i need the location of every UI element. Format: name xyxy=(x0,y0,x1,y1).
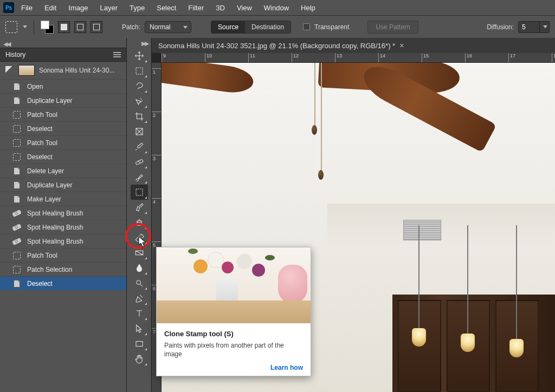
selection-mode-new[interactable] xyxy=(58,21,70,33)
bandage-icon xyxy=(12,237,22,246)
ruler-tick: 11 xyxy=(248,53,255,62)
doc-icon xyxy=(12,180,22,190)
menu-window[interactable]: Window xyxy=(259,2,294,14)
active-tool-icon[interactable] xyxy=(5,21,17,33)
document-tab[interactable]: Sonoma Hills Unit 24-302 3521.jpg @ 21.1… xyxy=(158,41,404,50)
blur-tool[interactable] xyxy=(131,260,148,276)
history-item[interactable]: Make Layer xyxy=(0,192,126,206)
healing-brush-tool[interactable] xyxy=(131,154,148,169)
type-tool[interactable] xyxy=(131,306,148,321)
menu-layer[interactable]: Layer xyxy=(95,2,123,14)
history-item[interactable]: Patch Selection xyxy=(0,262,126,276)
selection-mode-subtract[interactable] xyxy=(91,21,102,33)
ruler-tick: 17 xyxy=(508,53,515,62)
menu-image[interactable]: Image xyxy=(63,2,93,14)
history-item[interactable]: Spot Healing Brush xyxy=(0,234,126,248)
history-item[interactable]: Duplicate Layer xyxy=(0,93,126,107)
ruler-tick: 12 xyxy=(292,53,299,62)
history-item[interactable]: Spot Healing Brush xyxy=(0,220,126,234)
hand-tool[interactable] xyxy=(131,351,148,367)
ruler-tick: 13 xyxy=(335,53,342,62)
brush-tool[interactable] xyxy=(131,169,148,185)
move-tool[interactable] xyxy=(131,48,148,63)
menu-edit[interactable]: Edit xyxy=(40,2,61,14)
menu-type[interactable]: Type xyxy=(125,2,150,14)
transparent-checkbox[interactable] xyxy=(303,23,310,30)
history-item[interactable]: Patch Tool xyxy=(0,248,126,262)
history-item[interactable]: Delete Layer xyxy=(0,164,126,178)
diffusion-stepper[interactable] xyxy=(540,21,550,33)
selection-mode-add[interactable] xyxy=(74,21,86,33)
history-brush-tool[interactable] xyxy=(131,200,148,215)
patch-tool[interactable] xyxy=(131,185,148,200)
doc-icon xyxy=(12,96,22,106)
history-item-label: Duplicate Layer xyxy=(27,181,72,189)
tools-panel: ▶▶ xyxy=(127,38,152,392)
pen-tool[interactable] xyxy=(131,291,148,306)
history-item-label: Make Layer xyxy=(27,195,61,203)
collapse-left-icon[interactable]: ◀◀ xyxy=(3,41,10,48)
diffusion-input[interactable]: 5 xyxy=(518,21,540,33)
use-pattern-button: Use Pattern xyxy=(367,21,418,34)
path-select-tool[interactable] xyxy=(131,321,148,336)
history-item[interactable]: Duplicate Layer xyxy=(0,178,126,192)
history-item-label: Patch Tool xyxy=(27,252,57,259)
menu-filter[interactable]: Filter xyxy=(183,2,209,14)
divider xyxy=(34,20,34,34)
ruler-tick: 9 xyxy=(162,53,166,62)
history-doc-name: Sonoma Hills Unit 24-30... xyxy=(39,67,114,74)
diffusion-label: Diffusion: xyxy=(487,23,514,31)
history-brush-icon xyxy=(5,66,14,75)
history-item[interactable]: Deselect xyxy=(0,276,126,290)
close-tab-icon[interactable]: × xyxy=(399,41,404,50)
history-panel-title: History xyxy=(5,51,25,58)
history-item[interactable]: Patch Tool xyxy=(0,135,126,149)
menu-help[interactable]: Help xyxy=(296,2,320,14)
tooltip-preview-image xyxy=(157,247,311,323)
history-item-label: Deselect xyxy=(27,280,53,288)
menu-view[interactable]: View xyxy=(232,2,257,14)
history-panel-header: History xyxy=(0,48,126,62)
history-item[interactable]: Deselect xyxy=(0,149,126,164)
chevron-down-icon xyxy=(543,25,547,28)
patch-mode-select[interactable]: Normal xyxy=(145,21,191,33)
history-document-row[interactable]: Sonoma Hills Unit 24-30... xyxy=(0,62,126,79)
ruler-tick: 15 xyxy=(422,53,429,62)
chevron-down-icon xyxy=(183,26,188,29)
ruler-horizontal[interactable]: 9101112131415161718 xyxy=(162,53,555,63)
tool-preset-dropdown-icon[interactable] xyxy=(23,25,27,28)
source-button[interactable]: Source xyxy=(211,21,245,33)
rectangle-tool[interactable] xyxy=(131,336,148,351)
menu-select[interactable]: Select xyxy=(152,2,181,14)
history-item[interactable]: Spot Healing Brush xyxy=(0,206,126,220)
marquee-tool[interactable] xyxy=(131,63,148,79)
tooltip-learn-link[interactable]: Learn how xyxy=(157,364,311,376)
crop-tool[interactable] xyxy=(131,109,148,124)
collapse-right-icon[interactable]: ▶▶ xyxy=(141,40,148,47)
menu-file[interactable]: File xyxy=(16,2,37,14)
svg-rect-5 xyxy=(136,189,143,195)
history-item-label: Spot Healing Brush xyxy=(27,210,83,217)
dash-icon xyxy=(12,265,22,275)
tool-tooltip: Clone Stamp tool (S) Paints with pixels … xyxy=(156,247,311,376)
doc-icon xyxy=(12,194,22,204)
ruler-tick: 4 xyxy=(152,198,161,205)
color-swatch[interactable] xyxy=(41,21,54,34)
svg-rect-0 xyxy=(136,68,143,74)
destination-button[interactable]: Destination xyxy=(245,21,291,33)
history-item[interactable]: Open xyxy=(0,79,126,93)
history-item[interactable]: Patch Tool xyxy=(0,107,126,121)
panel-menu-icon[interactable] xyxy=(113,52,121,57)
ruler-tick: 14 xyxy=(378,53,385,62)
history-list: OpenDuplicate LayerPatch ToolDeselectPat… xyxy=(0,79,126,392)
clone-stamp-tool[interactable] xyxy=(131,215,148,230)
ruler-tick: 2 xyxy=(152,112,161,118)
dodge-tool[interactable] xyxy=(131,276,148,291)
menu-3d[interactable]: 3D xyxy=(211,2,230,14)
quick-select-tool[interactable] xyxy=(131,94,148,109)
history-item[interactable]: Deselect xyxy=(0,121,126,135)
eyedropper-tool[interactable] xyxy=(131,139,148,154)
lasso-tool[interactable] xyxy=(131,79,148,94)
history-panel: ◀◀ History Sonoma Hills Unit 24-30... Op… xyxy=(0,38,127,392)
frame-tool[interactable] xyxy=(131,124,148,139)
